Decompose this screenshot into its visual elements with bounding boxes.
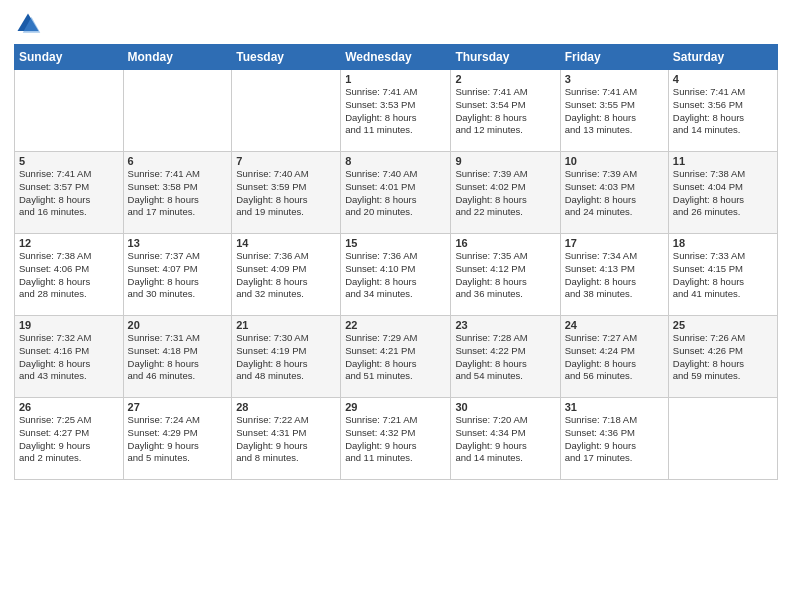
day-number: 12 [19,237,119,249]
day-number: 26 [19,401,119,413]
day-info: Sunrise: 7:41 AM Sunset: 3:56 PM Dayligh… [673,86,773,137]
calendar-week-row: 1Sunrise: 7:41 AM Sunset: 3:53 PM Daylig… [15,70,778,152]
weekday-header-friday: Friday [560,45,668,70]
day-number: 21 [236,319,336,331]
calendar-cell: 23Sunrise: 7:28 AM Sunset: 4:22 PM Dayli… [451,316,560,398]
day-info: Sunrise: 7:35 AM Sunset: 4:12 PM Dayligh… [455,250,555,301]
day-number: 4 [673,73,773,85]
logo-icon [14,10,42,38]
day-number: 31 [565,401,664,413]
calendar-cell: 2Sunrise: 7:41 AM Sunset: 3:54 PM Daylig… [451,70,560,152]
calendar-week-row: 19Sunrise: 7:32 AM Sunset: 4:16 PM Dayli… [15,316,778,398]
day-number: 11 [673,155,773,167]
day-number: 2 [455,73,555,85]
day-info: Sunrise: 7:40 AM Sunset: 4:01 PM Dayligh… [345,168,446,219]
day-info: Sunrise: 7:27 AM Sunset: 4:24 PM Dayligh… [565,332,664,383]
calendar-cell: 22Sunrise: 7:29 AM Sunset: 4:21 PM Dayli… [341,316,451,398]
day-number: 13 [128,237,228,249]
calendar-cell: 6Sunrise: 7:41 AM Sunset: 3:58 PM Daylig… [123,152,232,234]
calendar-cell: 19Sunrise: 7:32 AM Sunset: 4:16 PM Dayli… [15,316,124,398]
day-info: Sunrise: 7:18 AM Sunset: 4:36 PM Dayligh… [565,414,664,465]
weekday-header-sunday: Sunday [15,45,124,70]
day-number: 24 [565,319,664,331]
day-info: Sunrise: 7:22 AM Sunset: 4:31 PM Dayligh… [236,414,336,465]
day-number: 3 [565,73,664,85]
day-number: 10 [565,155,664,167]
day-info: Sunrise: 7:39 AM Sunset: 4:02 PM Dayligh… [455,168,555,219]
weekday-header-monday: Monday [123,45,232,70]
day-number: 22 [345,319,446,331]
calendar-cell: 30Sunrise: 7:20 AM Sunset: 4:34 PM Dayli… [451,398,560,480]
calendar-cell: 24Sunrise: 7:27 AM Sunset: 4:24 PM Dayli… [560,316,668,398]
calendar-cell: 8Sunrise: 7:40 AM Sunset: 4:01 PM Daylig… [341,152,451,234]
weekday-header-saturday: Saturday [668,45,777,70]
calendar-cell: 5Sunrise: 7:41 AM Sunset: 3:57 PM Daylig… [15,152,124,234]
calendar-cell: 14Sunrise: 7:36 AM Sunset: 4:09 PM Dayli… [232,234,341,316]
day-number: 5 [19,155,119,167]
day-info: Sunrise: 7:28 AM Sunset: 4:22 PM Dayligh… [455,332,555,383]
calendar-cell: 27Sunrise: 7:24 AM Sunset: 4:29 PM Dayli… [123,398,232,480]
day-number: 30 [455,401,555,413]
weekday-header-tuesday: Tuesday [232,45,341,70]
day-number: 1 [345,73,446,85]
calendar-cell: 28Sunrise: 7:22 AM Sunset: 4:31 PM Dayli… [232,398,341,480]
day-info: Sunrise: 7:41 AM Sunset: 3:58 PM Dayligh… [128,168,228,219]
day-number: 20 [128,319,228,331]
calendar-week-row: 12Sunrise: 7:38 AM Sunset: 4:06 PM Dayli… [15,234,778,316]
day-info: Sunrise: 7:41 AM Sunset: 3:53 PM Dayligh… [345,86,446,137]
day-info: Sunrise: 7:34 AM Sunset: 4:13 PM Dayligh… [565,250,664,301]
day-info: Sunrise: 7:21 AM Sunset: 4:32 PM Dayligh… [345,414,446,465]
calendar-cell: 17Sunrise: 7:34 AM Sunset: 4:13 PM Dayli… [560,234,668,316]
weekday-header-row: SundayMondayTuesdayWednesdayThursdayFrid… [15,45,778,70]
day-info: Sunrise: 7:26 AM Sunset: 4:26 PM Dayligh… [673,332,773,383]
day-number: 19 [19,319,119,331]
day-number: 28 [236,401,336,413]
day-info: Sunrise: 7:25 AM Sunset: 4:27 PM Dayligh… [19,414,119,465]
day-info: Sunrise: 7:38 AM Sunset: 4:06 PM Dayligh… [19,250,119,301]
calendar-cell: 1Sunrise: 7:41 AM Sunset: 3:53 PM Daylig… [341,70,451,152]
weekday-header-thursday: Thursday [451,45,560,70]
calendar-cell: 21Sunrise: 7:30 AM Sunset: 4:19 PM Dayli… [232,316,341,398]
calendar-table: SundayMondayTuesdayWednesdayThursdayFrid… [14,44,778,480]
day-info: Sunrise: 7:41 AM Sunset: 3:55 PM Dayligh… [565,86,664,137]
day-number: 6 [128,155,228,167]
day-info: Sunrise: 7:38 AM Sunset: 4:04 PM Dayligh… [673,168,773,219]
day-number: 27 [128,401,228,413]
day-info: Sunrise: 7:24 AM Sunset: 4:29 PM Dayligh… [128,414,228,465]
calendar-cell: 25Sunrise: 7:26 AM Sunset: 4:26 PM Dayli… [668,316,777,398]
day-number: 9 [455,155,555,167]
calendar-cell [668,398,777,480]
day-info: Sunrise: 7:36 AM Sunset: 4:09 PM Dayligh… [236,250,336,301]
calendar-cell: 13Sunrise: 7:37 AM Sunset: 4:07 PM Dayli… [123,234,232,316]
day-info: Sunrise: 7:39 AM Sunset: 4:03 PM Dayligh… [565,168,664,219]
day-info: Sunrise: 7:41 AM Sunset: 3:54 PM Dayligh… [455,86,555,137]
page-container: SundayMondayTuesdayWednesdayThursdayFrid… [0,0,792,486]
calendar-week-row: 26Sunrise: 7:25 AM Sunset: 4:27 PM Dayli… [15,398,778,480]
calendar-cell: 10Sunrise: 7:39 AM Sunset: 4:03 PM Dayli… [560,152,668,234]
day-number: 7 [236,155,336,167]
calendar-week-row: 5Sunrise: 7:41 AM Sunset: 3:57 PM Daylig… [15,152,778,234]
day-info: Sunrise: 7:29 AM Sunset: 4:21 PM Dayligh… [345,332,446,383]
day-number: 15 [345,237,446,249]
calendar-cell: 31Sunrise: 7:18 AM Sunset: 4:36 PM Dayli… [560,398,668,480]
day-info: Sunrise: 7:20 AM Sunset: 4:34 PM Dayligh… [455,414,555,465]
calendar-cell: 11Sunrise: 7:38 AM Sunset: 4:04 PM Dayli… [668,152,777,234]
day-info: Sunrise: 7:36 AM Sunset: 4:10 PM Dayligh… [345,250,446,301]
day-number: 25 [673,319,773,331]
calendar-cell: 18Sunrise: 7:33 AM Sunset: 4:15 PM Dayli… [668,234,777,316]
day-info: Sunrise: 7:32 AM Sunset: 4:16 PM Dayligh… [19,332,119,383]
calendar-cell: 16Sunrise: 7:35 AM Sunset: 4:12 PM Dayli… [451,234,560,316]
day-info: Sunrise: 7:41 AM Sunset: 3:57 PM Dayligh… [19,168,119,219]
day-info: Sunrise: 7:37 AM Sunset: 4:07 PM Dayligh… [128,250,228,301]
day-number: 23 [455,319,555,331]
day-info: Sunrise: 7:31 AM Sunset: 4:18 PM Dayligh… [128,332,228,383]
day-number: 18 [673,237,773,249]
calendar-cell: 3Sunrise: 7:41 AM Sunset: 3:55 PM Daylig… [560,70,668,152]
calendar-cell: 15Sunrise: 7:36 AM Sunset: 4:10 PM Dayli… [341,234,451,316]
calendar-cell: 12Sunrise: 7:38 AM Sunset: 4:06 PM Dayli… [15,234,124,316]
day-number: 29 [345,401,446,413]
day-info: Sunrise: 7:33 AM Sunset: 4:15 PM Dayligh… [673,250,773,301]
day-info: Sunrise: 7:40 AM Sunset: 3:59 PM Dayligh… [236,168,336,219]
day-number: 14 [236,237,336,249]
calendar-cell: 26Sunrise: 7:25 AM Sunset: 4:27 PM Dayli… [15,398,124,480]
